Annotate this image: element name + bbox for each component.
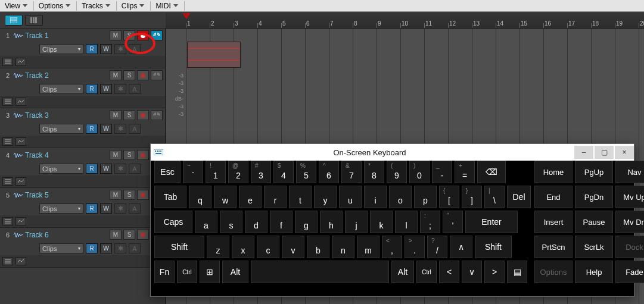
expand-button[interactable] — [2, 58, 13, 66]
key-[interactable]: ⌫ — [477, 161, 506, 183]
key-k[interactable]: k — [370, 211, 393, 233]
audio-clip[interactable] — [187, 42, 241, 68]
input-echo-button[interactable] — [151, 30, 163, 40]
key-fn[interactable]: Fn — [154, 261, 175, 283]
key-caps[interactable]: Caps — [154, 211, 192, 233]
read-automation-button[interactable]: R — [86, 124, 98, 134]
key-[interactable]: <, — [382, 236, 402, 258]
key-n[interactable]: n — [332, 236, 354, 258]
key-t[interactable]: t — [289, 186, 312, 208]
arm-record-button[interactable] — [137, 30, 149, 40]
track-name[interactable]: Track 6 — [24, 231, 110, 239]
key-pause[interactable]: Pause — [575, 211, 613, 233]
expand-button[interactable] — [2, 257, 13, 265]
input-echo-button[interactable] — [151, 110, 163, 120]
key-1[interactable]: !1 — [206, 161, 226, 183]
key-3[interactable]: #3 — [251, 161, 271, 183]
key-[interactable]: ~` — [183, 161, 203, 183]
key-help[interactable]: Help — [575, 261, 613, 283]
edit-filter-dropdown[interactable]: Clips▾ — [39, 44, 83, 54]
solo-button[interactable]: S — [123, 110, 135, 120]
edit-filter-dropdown[interactable]: Clips▾ — [39, 203, 83, 214]
key-[interactable]: += — [455, 161, 475, 183]
expand-button[interactable] — [2, 137, 13, 146]
key-[interactable]: ⊞ — [200, 261, 220, 283]
key-5[interactable]: %5 — [296, 161, 316, 183]
key-pgdn[interactable]: PgDn — [575, 186, 613, 208]
key-r[interactable]: r — [264, 186, 287, 208]
freeze-button[interactable]: ✱ — [114, 44, 126, 54]
key-b[interactable]: b — [307, 236, 329, 258]
key-shift[interactable]: Shift — [154, 236, 204, 258]
key-0[interactable]: )0 — [409, 161, 430, 183]
key-v[interactable]: v — [282, 236, 304, 258]
edit-filter-dropdown[interactable]: Clips▾ — [39, 243, 83, 253]
key-options[interactable]: Options — [534, 261, 573, 283]
write-automation-button[interactable]: W — [100, 124, 112, 134]
menu-midi[interactable]: MIDI — [151, 0, 183, 11]
key-[interactable]: ▤ — [507, 261, 527, 283]
key-[interactable]: ∧ — [450, 236, 472, 258]
mute-button[interactable]: M — [110, 190, 122, 200]
arm-record-button[interactable] — [137, 70, 149, 80]
key-[interactable]: > — [484, 261, 505, 283]
mute-button[interactable]: M — [110, 110, 122, 120]
key-c[interactable]: c — [257, 236, 279, 258]
key-l[interactable]: l — [395, 211, 418, 233]
key-alt[interactable]: Alt — [391, 261, 414, 283]
edit-filter-dropdown[interactable]: Clips▾ — [39, 164, 83, 174]
freeze-button[interactable]: ✱ — [114, 164, 126, 174]
freeze-button[interactable]: ✱ — [114, 203, 126, 214]
menu-options[interactable]: Options — [34, 0, 76, 11]
key-pgup[interactable]: PgUp — [575, 161, 613, 183]
key-g[interactable]: g — [295, 211, 318, 233]
minimize-button[interactable]: – — [574, 146, 593, 159]
key-end[interactable]: End — [534, 186, 573, 208]
read-automation-button[interactable]: R — [86, 44, 98, 54]
key-[interactable]: "' — [443, 211, 463, 233]
mute-button[interactable]: M — [110, 230, 122, 240]
key-d[interactable]: d — [245, 211, 267, 233]
key-[interactable]: _- — [432, 161, 452, 183]
key-p[interactable]: p — [414, 186, 437, 208]
key-[interactable]: }] — [462, 186, 482, 208]
key-del[interactable]: Del — [507, 186, 531, 208]
read-automation-button[interactable]: R — [86, 243, 98, 253]
key-x[interactable]: x — [232, 236, 254, 258]
track-name[interactable]: Track 5 — [24, 191, 110, 199]
arm-record-button[interactable] — [137, 230, 149, 240]
archive-button[interactable]: A — [129, 124, 141, 134]
solo-button[interactable]: S — [123, 190, 135, 200]
key-h[interactable]: h — [320, 211, 343, 233]
archive-button[interactable]: A — [129, 164, 141, 174]
key-ctrl[interactable]: Ctrl — [177, 261, 197, 283]
input-echo-button[interactable] — [151, 70, 163, 80]
freeze-button[interactable]: ✱ — [114, 124, 126, 134]
menu-clips[interactable]: Clips — [117, 0, 151, 11]
automation-lane-button[interactable] — [15, 217, 26, 225]
key-mv-up[interactable]: Mv Up — [615, 186, 644, 208]
expand-button[interactable] — [2, 217, 13, 225]
track-name[interactable]: Track 3 — [24, 111, 110, 120]
edit-filter-dropdown[interactable]: Clips▾ — [39, 84, 83, 94]
key-space[interactable] — [251, 261, 389, 283]
automation-lane-button[interactable] — [15, 177, 26, 186]
arm-record-button[interactable] — [137, 110, 149, 120]
key-shift[interactable]: Shift — [475, 236, 512, 258]
key-6[interactable]: ^6 — [319, 161, 339, 183]
automation-lane-button[interactable] — [15, 98, 26, 106]
key-alt[interactable]: Alt — [222, 261, 248, 283]
write-automation-button[interactable]: W — [100, 164, 112, 174]
write-automation-button[interactable]: W — [100, 243, 112, 253]
playhead-marker[interactable] — [182, 13, 191, 21]
key-7[interactable]: &7 — [341, 161, 362, 183]
track-name[interactable]: Track 4 — [24, 151, 110, 159]
key-enter[interactable]: Enter — [465, 211, 518, 233]
write-automation-button[interactable]: W — [100, 44, 112, 54]
key-s[interactable]: s — [220, 211, 242, 233]
read-automation-button[interactable]: R — [86, 203, 98, 214]
arm-record-button[interactable] — [137, 190, 149, 200]
key-scrlk[interactable]: ScrLk — [575, 236, 613, 258]
expand-button[interactable] — [2, 98, 13, 106]
solo-button[interactable]: S — [123, 230, 135, 240]
